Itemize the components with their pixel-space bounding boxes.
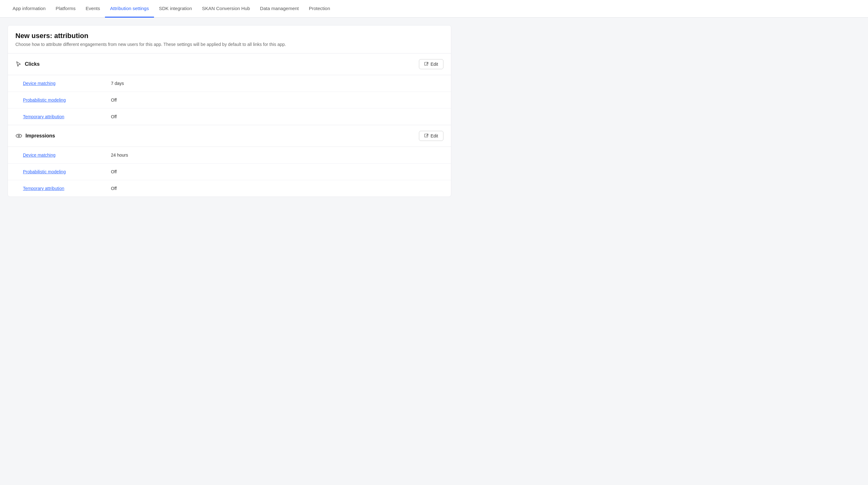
navigation-bar: App informationPlatformsEventsAttributio… [0,0,868,18]
setting-value: Off [111,169,117,174]
group-header-impressions: Impressions Edit [8,125,451,147]
group-header-clicks: Clicks Edit [8,54,451,75]
tab-events[interactable]: Events [81,0,105,18]
cursor-icon [16,61,22,67]
tab-attribution-settings[interactable]: Attribution settings [105,0,154,18]
setting-label[interactable]: Temporary attribution [23,186,111,191]
tab-platforms[interactable]: Platforms [51,0,81,18]
setting-label[interactable]: Temporary attribution [23,114,111,119]
tab-app-information[interactable]: App information [7,0,51,18]
setting-value: Off [111,186,117,191]
setting-row: Temporary attributionOff [8,180,451,197]
section-header: New users: attribution Choose how to att… [8,26,451,53]
attribution-card: New users: attribution Choose how to att… [7,25,451,197]
setting-row: Device matching24 hours [8,147,451,164]
svg-point-2 [18,135,20,137]
setting-value: 24 hours [111,152,128,158]
tab-data-management[interactable]: Data management [255,0,304,18]
setting-label[interactable]: Device matching [23,81,111,86]
group-title-clicks: Clicks [25,61,40,67]
setting-value: Off [111,114,117,119]
edit-button-label-impressions: Edit [431,133,438,138]
svg-point-1 [16,134,22,138]
setting-label[interactable]: Probabilistic modeling [23,169,111,174]
edit-icon-impressions [424,134,429,138]
section-title: New users: attribution [16,32,443,40]
setting-row: Probabilistic modelingOff [8,164,451,180]
edit-button-impressions[interactable]: Edit [419,131,443,141]
tab-skan-conversion-hub[interactable]: SKAN Conversion Hub [197,0,255,18]
tab-sdk-integration[interactable]: SDK integration [154,0,197,18]
setting-row: Temporary attributionOff [8,109,451,125]
setting-row: Probabilistic modelingOff [8,92,451,109]
edit-button-clicks[interactable]: Edit [419,59,443,69]
group-clicks: Clicks EditDevice matching7 daysProbabil… [8,53,451,125]
edit-button-label-clicks: Edit [431,62,438,67]
setting-value: Off [111,97,117,103]
setting-row: Device matching7 days [8,75,451,92]
group-impressions: Impressions EditDevice matching24 hoursP… [8,125,451,197]
section-subtitle: Choose how to attribute different engage… [16,42,443,47]
setting-label[interactable]: Device matching [23,152,111,158]
svg-rect-3 [425,134,428,137]
eye-icon [16,133,22,139]
setting-label[interactable]: Probabilistic modeling [23,97,111,103]
setting-value: 7 days [111,81,124,86]
group-title-impressions: Impressions [26,133,55,139]
edit-icon-clicks [424,62,429,66]
tab-protection[interactable]: Protection [304,0,335,18]
main-content: New users: attribution Choose how to att… [0,18,459,211]
svg-rect-0 [425,62,428,65]
